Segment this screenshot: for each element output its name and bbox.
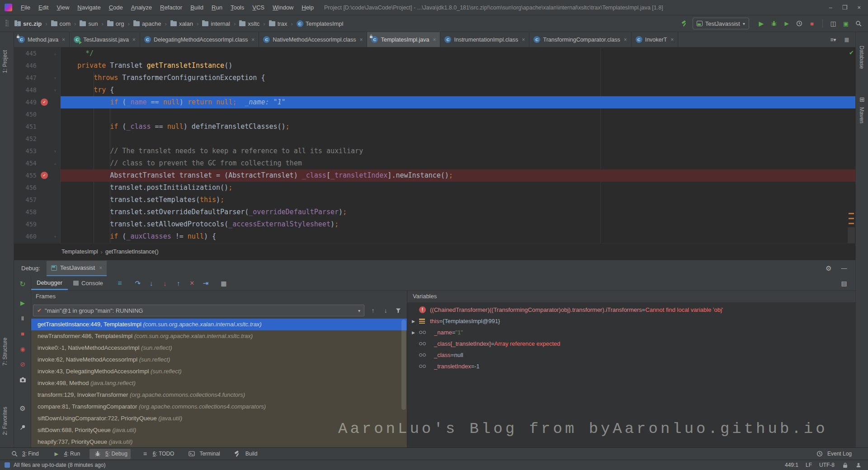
- editor-gutter[interactable]: 455✓: [14, 169, 61, 182]
- breadcrumb-item-TemplatesImpl[interactable]: CTemplatesImpl: [296, 19, 344, 28]
- breadcrumb-item-trax[interactable]: trax: [268, 19, 288, 28]
- menu-edit[interactable]: Edit: [34, 0, 52, 15]
- sidebar-item-database[interactable]: Database: [859, 46, 865, 69]
- editor-gutter[interactable]: 448▿: [14, 84, 61, 96]
- sidebar-item-7-structure[interactable]: 7: Structure: [2, 338, 8, 366]
- resume-icon[interactable]: ▶: [18, 298, 28, 308]
- evaluate-icon[interactable]: ▦: [219, 278, 229, 288]
- menu-file[interactable]: File: [17, 0, 34, 15]
- tabs-list-icon[interactable]: ≡▾: [828, 35, 838, 45]
- open-panel-icon[interactable]: ◫: [828, 19, 838, 28]
- view-breakpoints-icon[interactable]: ◉: [18, 344, 28, 354]
- editor-gutter[interactable]: 459: [14, 218, 61, 230]
- editor-breadcrumb-1[interactable]: getTransletInstance(): [105, 249, 159, 255]
- minimize-icon[interactable]: –: [829, 4, 832, 11]
- tool-window-button-find[interactable]: 3: Find: [6, 449, 42, 459]
- pause-icon[interactable]: Ⅱ: [18, 313, 28, 323]
- update-status-icon[interactable]: [5, 462, 10, 468]
- settings-icon[interactable]: ⚙: [18, 404, 28, 414]
- close-icon[interactable]: ×: [99, 265, 102, 271]
- maximize-icon[interactable]: ❒: [842, 4, 848, 11]
- prev-frame-icon[interactable]: ↑: [368, 306, 378, 315]
- editor-tab-NativeMethodAccessorImpl.class[interactable]: CNativeMethodAccessorImpl.class×: [259, 32, 367, 47]
- editor-gutter[interactable]: 453▿: [14, 145, 61, 157]
- breadcrumb-item-apache[interactable]: apache: [132, 19, 162, 28]
- menu-analyze[interactable]: Analyze: [127, 0, 156, 15]
- grid-icon[interactable]: ⊞: [857, 94, 867, 104]
- layout-settings-icon[interactable]: ▤: [839, 278, 849, 288]
- editor-tab-TestJavassist.java[interactable]: CTestJavassist.java×: [70, 32, 140, 47]
- breadcrumb-item-xsltc[interactable]: xsltc: [238, 19, 260, 28]
- stack-frame[interactable]: compare:81, TransformingComparator (org.…: [31, 401, 407, 413]
- layout-menu-icon[interactable]: ≡: [115, 278, 125, 288]
- editor-tab-InvokerT[interactable]: CInvokerT×: [632, 32, 679, 47]
- editor-scrollbar[interactable]: [848, 227, 855, 243]
- editor-gutter[interactable]: 456: [14, 182, 61, 194]
- editor-tab-InstrumentationImpl.class[interactable]: CInstrumentationImpl.class×: [440, 32, 529, 47]
- menu-vcs[interactable]: VCS: [248, 0, 269, 15]
- tool-window-button-terminal[interactable]: Terminal: [184, 449, 223, 459]
- close-icon[interactable]: ×: [670, 37, 674, 43]
- stack-frame[interactable]: transform:129, InvokerTransformer (org.a…: [31, 389, 407, 401]
- breakpoint-icon[interactable]: ✓: [41, 99, 48, 106]
- line-ending[interactable]: LF: [806, 462, 812, 468]
- editor-tab-Method.java[interactable]: CMethod.java×: [14, 32, 70, 47]
- gear-icon[interactable]: ⚙: [824, 263, 834, 273]
- tab-debugger[interactable]: Debugger: [31, 276, 68, 290]
- warning-stripe-mark[interactable]: [849, 218, 854, 219]
- menu-build[interactable]: Build: [186, 0, 208, 15]
- breadcrumb-item-com[interactable]: com: [50, 19, 72, 28]
- menu-window[interactable]: Window: [269, 0, 297, 15]
- error-stripe[interactable]: ✔: [847, 47, 855, 243]
- stack-frame[interactable]: invoke0:-1, NativeMethodAccessorImpl (su…: [31, 342, 407, 354]
- editor-gutter[interactable]: 460▿: [14, 230, 61, 243]
- menu-tools[interactable]: Tools: [226, 0, 248, 15]
- run-to-cursor-icon[interactable]: ⇥: [201, 278, 211, 288]
- breadcrumb-item-xalan[interactable]: xalan: [170, 19, 194, 28]
- menu-help[interactable]: Help: [297, 0, 318, 15]
- file-encoding[interactable]: UTF-8: [819, 462, 835, 468]
- variable-row[interactable]: ▶this = {TemplatesImpl@991}: [407, 315, 855, 327]
- close-icon[interactable]: ×: [251, 37, 255, 43]
- expand-arrow-icon[interactable]: ▶: [412, 319, 419, 324]
- fold-marker-icon[interactable]: ▵: [54, 157, 57, 169]
- run-configuration-select[interactable]: TestJavassist ▾: [693, 18, 749, 29]
- coverage-icon[interactable]: ▶: [782, 19, 792, 28]
- close-icon[interactable]: ×: [62, 37, 65, 43]
- menu-run[interactable]: Run: [208, 0, 226, 15]
- menu-refactor[interactable]: Refactor: [156, 0, 186, 15]
- close-icon[interactable]: ×: [857, 4, 861, 11]
- inspections-profile-icon[interactable]: [855, 462, 862, 468]
- stop-icon[interactable]: ■: [18, 329, 28, 338]
- sidebar-item-2-favorites[interactable]: 2: Favorites: [2, 407, 8, 435]
- step-into-icon[interactable]: ↓: [146, 278, 156, 288]
- tool-window-button-build[interactable]: Build: [230, 449, 261, 459]
- editor-gutter[interactable]: 447▿: [14, 72, 61, 84]
- sidebar-item-maven[interactable]: Maven: [859, 107, 865, 123]
- stack-frame[interactable]: newTransformer:486, TemplatesImpl (com.s…: [31, 330, 407, 342]
- fold-marker-icon[interactable]: ▿: [54, 145, 57, 157]
- editor-gutter[interactable]: 449✓: [14, 96, 61, 108]
- breadcrumb-item-internal[interactable]: internal: [201, 19, 231, 28]
- variable-row[interactable]: _transletIndex = -1: [407, 361, 855, 372]
- pin-icon[interactable]: [18, 422, 28, 432]
- thread-selector[interactable]: ✔ "main"@1 in group "main": RUNNING ▾: [33, 305, 364, 316]
- tab-console[interactable]: Console: [68, 276, 108, 290]
- rerun-icon[interactable]: ↻: [18, 279, 28, 289]
- force-step-into-icon[interactable]: ↓: [160, 278, 170, 288]
- variable-row[interactable]: !((ChainedTransformer)((TransformingComp…: [407, 304, 855, 315]
- close-icon[interactable]: ×: [522, 37, 525, 43]
- close-icon[interactable]: ×: [624, 37, 627, 43]
- editor-gutter[interactable]: 458: [14, 206, 61, 218]
- breakpoint-icon[interactable]: ✓: [41, 172, 48, 179]
- run-window-icon[interactable]: ▣: [841, 19, 851, 28]
- warning-stripe-mark[interactable]: [849, 223, 854, 224]
- tool-window-button-run[interactable]: ▶4: Run: [48, 449, 83, 459]
- sidebar-item-1-project[interactable]: 1: Project: [2, 50, 8, 73]
- step-over-icon[interactable]: ↷: [133, 278, 143, 288]
- breadcrumb-item-sun[interactable]: sun: [79, 19, 99, 28]
- breadcrumb-item-org[interactable]: org: [106, 19, 125, 28]
- editor-gutter[interactable]: 446: [14, 60, 61, 72]
- editor-gutter[interactable]: 450: [14, 108, 61, 121]
- stop-icon[interactable]: ■: [807, 19, 817, 28]
